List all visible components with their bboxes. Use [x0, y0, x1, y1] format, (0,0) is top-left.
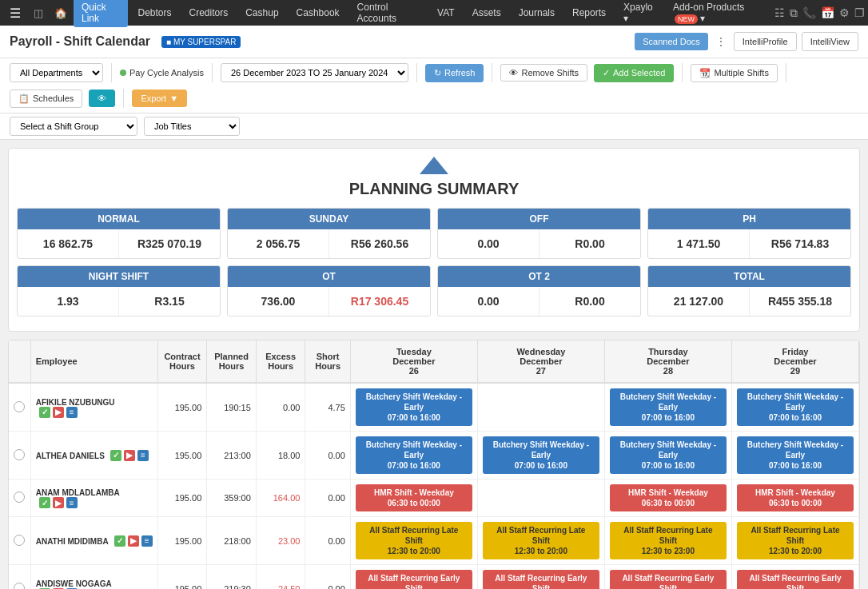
tue-3[interactable]: All Staff Recurring Late Shift 12:30 to … — [350, 517, 477, 565]
thu-4[interactable]: All Staff Recurring Early Shift 06:00 to… — [604, 565, 731, 590]
nightshift-body: 1.93 R3.15 — [18, 287, 220, 316]
fri-3[interactable]: All Staff Recurring Late Shift 12:30 to … — [731, 517, 858, 565]
date-range-select[interactable]: 26 December 2023 TO 25 January 2024 — [221, 63, 408, 82]
grid2-icon[interactable]: ⧉ — [790, 6, 798, 20]
green-dot-icon — [120, 70, 126, 76]
fri-4[interactable]: All Staff Recurring Early Shift 06:00 to… — [731, 565, 858, 590]
department-select[interactable]: All Departments — [10, 63, 103, 82]
multiple-shifts-button[interactable]: 📆 Multiple Shifts — [691, 64, 777, 82]
nav-vat[interactable]: VAT — [429, 4, 463, 22]
intelliprofile-button[interactable]: IntelliProfile — [734, 32, 797, 51]
tue-2[interactable]: HMR Shift - Weekday 06:30 to 00:00 — [350, 480, 477, 517]
table-row[interactable]: AFIKILE NZUBUNGU ✓ ▶ ≡ 195.00 190:15 0.0… — [9, 383, 859, 432]
nav-quick-link[interactable]: Quick Link — [74, 0, 128, 27]
page-title: Payroll - Shift Calendar — [10, 34, 150, 49]
tue-4[interactable]: All Staff Recurring Early Shift 06:00 to… — [350, 565, 477, 590]
fri-2[interactable]: HMR Shift - Weekday 06:30 to 00:00 — [731, 480, 858, 517]
nav-assets[interactable]: Assets — [464, 4, 509, 22]
wed-4[interactable]: All Staff Recurring Early Shift 06:00 to… — [477, 565, 604, 590]
col-tue: TuesdayDecember26 — [350, 340, 477, 383]
ph-header: PH — [648, 209, 850, 229]
sunday-val1: 2 056.75 — [228, 229, 329, 258]
row-check-3[interactable] — [9, 517, 30, 565]
thu-3[interactable]: All Staff Recurring Late Shift 12:30 to … — [604, 517, 731, 565]
job-titles-select[interactable]: Job Titles — [144, 117, 240, 136]
scanned-docs-button[interactable]: Scanned Docs — [635, 33, 708, 50]
table-row[interactable]: ANAM MDLADLAMBA ✓ ▶ ≡ 195.00 359:00 164.… — [9, 480, 859, 517]
grid-icon[interactable]: ◫ — [29, 4, 48, 22]
nav-addon[interactable]: Add-on Products NEW ▾ — [665, 0, 773, 27]
separator2 — [212, 63, 213, 82]
planning-card-ot: OT 736.00 R17 306.45 — [227, 265, 431, 316]
intelliview-button[interactable]: IntelliView — [802, 32, 858, 51]
more-options-icon[interactable]: ⋮ — [713, 33, 729, 50]
employee-name-4: ANDISWE NOGAGA ✓ ▶ ≡ — [30, 565, 157, 590]
thu-2[interactable]: HMR Shift - Weekday 06:30 to 00:00 — [604, 480, 731, 517]
short-2: 0.00 — [305, 480, 350, 517]
table-row[interactable]: ANATHI MDIDIMBA ✓ ▶ ≡ 195.00 218:00 23.0… — [9, 517, 859, 565]
planning-card-off: OFF 0.00 R0.00 — [437, 208, 641, 259]
nav-creditors[interactable]: Creditors — [181, 4, 237, 22]
hamburger-icon[interactable]: ☰ — [3, 2, 27, 24]
separator1 — [111, 63, 112, 82]
normal-val2: R325 070.19 — [119, 229, 220, 258]
schedules-button[interactable]: 📋 Schedules — [10, 90, 82, 108]
row-check-2[interactable] — [9, 480, 30, 517]
planned-2: 359:00 — [207, 480, 257, 517]
settings-icon[interactable]: ⚙ — [839, 6, 850, 19]
ot2-val2: R0.00 — [540, 287, 640, 316]
table-row[interactable]: ALTHEA DANIELS ✓ ▶ ≡ 195.00 213:00 18.00… — [9, 432, 859, 480]
separator4 — [492, 63, 492, 82]
short-0: 4.75 — [305, 383, 350, 432]
expand-icon[interactable]: ❐ — [854, 6, 865, 19]
ot-header: OT — [228, 266, 430, 287]
calendar-icon[interactable]: 📅 — [821, 6, 834, 19]
table-row[interactable]: ANDISWE NOGAGA ✓ ▶ ≡ 195.00 219:30 24.50… — [9, 565, 859, 590]
refresh-button[interactable]: ↻ Refresh — [425, 64, 484, 82]
row-check-1[interactable] — [9, 432, 30, 480]
employee-table: Employee ContractHours PlannedHours Exce… — [8, 340, 860, 589]
employee-name-2: ANAM MDLADLAMBA ✓ ▶ ≡ — [30, 480, 157, 517]
wed-3[interactable]: All Staff Recurring Late Shift 12:30 to … — [477, 517, 604, 565]
wed-0[interactable] — [477, 383, 604, 432]
building-icon[interactable]: 🏠 — [50, 4, 72, 22]
fri-0[interactable]: Butchery Shift Weekday - Early 07:00 to … — [731, 383, 858, 432]
nav-journals[interactable]: Journals — [511, 4, 563, 22]
eye2-icon: 👁 — [98, 94, 106, 103]
shift-group-select[interactable]: Select a Shift Group — [10, 117, 137, 136]
thu-1[interactable]: Butchery Shift Weekday - Early 07:00 to … — [604, 432, 731, 480]
total-val1: 21 127.00 — [648, 287, 750, 316]
tue-1[interactable]: Butchery Shift Weekday - Early 07:00 to … — [350, 432, 477, 480]
row-check-0[interactable] — [9, 383, 30, 432]
off-val1: 0.00 — [438, 229, 540, 258]
nav-cashbook[interactable]: Cashbook — [289, 4, 348, 22]
normal-header: NORMAL — [18, 209, 220, 229]
wed-2[interactable] — [477, 480, 604, 517]
remove-shifts-button[interactable]: 👁 Remove Shifts — [500, 64, 587, 82]
thu-0[interactable]: Butchery Shift Weekday - Early 07:00 to … — [604, 383, 731, 432]
nav-cashup[interactable]: Cashup — [237, 4, 286, 22]
fri-1[interactable]: Butchery Shift Weekday - Early 07:00 to … — [731, 432, 858, 480]
nav-xpaylo[interactable]: Xpaylo ▾ — [615, 0, 663, 27]
add-selected-button[interactable]: ✓ Add Selected — [594, 64, 674, 82]
calendar2-icon: 📆 — [699, 68, 711, 78]
apps-icon[interactable]: ☷ — [774, 6, 785, 19]
nav-debtors[interactable]: Debtors — [129, 4, 179, 22]
planning-title: PLANNING SUMMARY — [17, 180, 851, 198]
ot-val2: R17 306.45 — [329, 287, 430, 316]
schedules-eye-button[interactable]: 👁 — [89, 90, 115, 107]
planned-4: 219:30 — [207, 565, 257, 590]
nightshift-val1: 1.93 — [18, 287, 119, 316]
normal-val1: 16 862.75 — [18, 229, 119, 258]
wed-1[interactable]: Butchery Shift Weekday - Early 07:00 to … — [477, 432, 604, 480]
nav-control-accounts[interactable]: Control Accounts — [349, 0, 428, 27]
tue-0[interactable]: Butchery Shift Weekday - Early 07:00 to … — [350, 383, 477, 432]
toolbar-row1: All Departments Pay Cycle Analysis 26 De… — [0, 58, 868, 113]
nightshift-header: NIGHT SHIFT — [18, 266, 220, 287]
nav-reports[interactable]: Reports — [564, 4, 614, 22]
export-button[interactable]: Export ▼ — [132, 90, 187, 107]
ot-val1: 736.00 — [228, 287, 329, 316]
phone-icon[interactable]: 📞 — [802, 6, 816, 19]
row-check-4[interactable] — [9, 565, 30, 590]
planning-card-sunday: SUNDAY 2 056.75 R56 260.56 — [227, 208, 431, 259]
